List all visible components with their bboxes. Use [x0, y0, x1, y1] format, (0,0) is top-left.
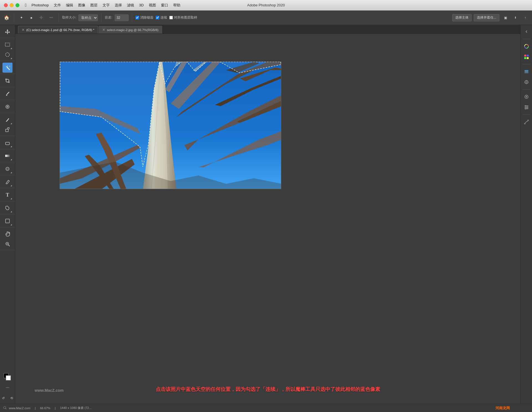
menu-image[interactable]: 图像	[78, 3, 85, 8]
tool-icon-wand[interactable]: ✦	[17, 14, 25, 22]
svg-point-7	[7, 67, 8, 68]
svg-point-19	[6, 167, 9, 171]
tool-zoom[interactable]	[2, 239, 12, 249]
tab-close-psd[interactable]: ✕	[22, 28, 25, 32]
tool-group-healing	[0, 102, 15, 113]
svg-rect-29	[527, 55, 529, 57]
tool-rotate-canvas[interactable]: ↺	[0, 394, 7, 402]
svg-line-48	[6, 408, 6, 409]
right-icons-panel	[520, 25, 532, 404]
right-panel-separator-3	[523, 89, 530, 90]
panel-expand-icon[interactable]	[522, 27, 531, 36]
tab-psd[interactable]: ✕ (C) select-magic-1.psd @ 66.7% (tree, …	[18, 26, 98, 34]
path-icon[interactable]	[522, 118, 531, 126]
svg-point-43	[527, 107, 528, 108]
svg-rect-31	[527, 57, 529, 59]
tool-healing[interactable]	[2, 102, 12, 112]
select-mask-button[interactable]: 选择并遮住...	[474, 14, 499, 21]
svg-rect-21	[6, 219, 9, 223]
maximize-button[interactable]	[16, 3, 19, 7]
layout-icon-1[interactable]: ▣	[502, 14, 509, 22]
tool-hand[interactable]	[2, 229, 12, 239]
tool-eyedropper[interactable]	[2, 89, 12, 99]
tool-brush[interactable]	[2, 115, 12, 125]
extra-tools[interactable]: ···	[2, 383, 12, 393]
right-panel-separator-2	[523, 64, 530, 64]
tool-blur[interactable]	[2, 164, 12, 174]
channels-icon[interactable]	[522, 78, 531, 87]
adjustments-icon[interactable]	[522, 92, 531, 101]
tool-gradient[interactable]	[2, 151, 12, 161]
color-panel-icon[interactable]	[522, 42, 531, 51]
sample-all-layers-checkbox[interactable]: 对所有图层取样	[169, 15, 197, 20]
tool-move[interactable]	[2, 27, 12, 37]
select-subject-button[interactable]: 选择主体	[452, 14, 472, 21]
zoom-level: 66.67%	[40, 406, 50, 410]
menu-filter[interactable]: 滤镜	[127, 3, 134, 8]
properties-icon[interactable]	[522, 103, 531, 112]
menu-text[interactable]: 文字	[103, 3, 110, 8]
tool-flip[interactable]: ⟲	[8, 394, 16, 402]
svg-point-42	[525, 105, 526, 106]
tolerance-label: 容差:	[105, 15, 112, 20]
anti-alias-checkbox[interactable]: 消除锯齿	[135, 15, 154, 20]
tool-eraser[interactable]	[2, 138, 12, 148]
menu-window[interactable]: 窗口	[161, 3, 168, 8]
tool-text[interactable]: T	[2, 190, 12, 200]
tool-icon-square[interactable]: ■	[27, 14, 35, 22]
tool-clone[interactable]	[2, 125, 12, 135]
menu-file[interactable]: 文件	[54, 3, 61, 8]
svg-point-44	[525, 108, 526, 109]
status-separator: |	[35, 406, 36, 410]
tool-icon-plus[interactable]: ➕	[37, 14, 45, 22]
toolbar-separator-1	[14, 14, 14, 22]
zoom-icon	[3, 406, 7, 411]
toolbar-separator-3	[101, 14, 101, 22]
menu-help[interactable]: 帮助	[173, 3, 180, 8]
swatches-icon[interactable]	[522, 52, 531, 61]
tool-group-gradient	[0, 151, 15, 162]
apple-menu[interactable]: 	[25, 3, 27, 8]
tool-group-shape	[0, 216, 15, 227]
close-button[interactable]	[4, 3, 8, 7]
minimize-button[interactable]	[10, 3, 14, 7]
watermark-macZ: www.MacZ.com	[35, 388, 64, 393]
menu-select[interactable]: 选择	[115, 3, 122, 8]
tool-icon-minus[interactable]: ➖	[47, 14, 55, 22]
tool-lasso[interactable]	[2, 50, 12, 60]
tool-shape[interactable]	[2, 216, 12, 226]
layers-panel-icon[interactable]	[522, 67, 531, 76]
tool-marquee-rect[interactable]	[2, 40, 12, 50]
tool-group-measure	[0, 89, 15, 100]
right-panel-separator-1	[523, 39, 530, 39]
tool-magic-wand[interactable]	[2, 63, 12, 73]
share-icon[interactable]: ↑	[521, 14, 529, 22]
tab-close-jpg[interactable]: ✕	[102, 28, 105, 32]
tool-pen[interactable]	[2, 177, 12, 187]
svg-rect-28	[524, 55, 526, 57]
tool-group-erase	[0, 138, 15, 149]
menu-photoshop[interactable]: Photoshop	[32, 3, 49, 7]
tool-crop[interactable]	[2, 76, 12, 86]
sample-size-select[interactable]: 取样点	[78, 14, 98, 21]
tool-group-type: T	[0, 190, 15, 201]
toolbar-separator-4	[132, 14, 132, 22]
title-bar:  Photoshop 文件 编辑 图像 图层 文字 选择 滤镜 3D 视图 窗…	[0, 0, 532, 11]
svg-rect-17	[6, 142, 9, 145]
status-bar: www.MacZ.com | 66.67% | 1440 x 1080 像素 (…	[0, 404, 532, 412]
app-title: Adobe Photoshop 2020	[247, 3, 285, 7]
menu-edit[interactable]: 编辑	[66, 3, 73, 8]
tolerance-input[interactable]: 32	[115, 14, 129, 21]
photo-canvas	[60, 62, 281, 189]
contiguous-checkbox[interactable]: 连续	[156, 15, 167, 20]
tool-path-select[interactable]	[2, 203, 12, 213]
menu-view[interactable]: 视图	[149, 3, 156, 8]
menu-layers[interactable]: 图层	[90, 3, 98, 8]
tab-jpg[interactable]: ✕ select-magic-2.jpg @ 66.7%(RGB/8)	[99, 26, 162, 34]
svg-point-45	[524, 123, 525, 124]
home-icon[interactable]: 🏠	[3, 14, 11, 22]
menu-3d[interactable]: 3D	[139, 3, 144, 7]
watermark-text: www.MacZ.com	[9, 406, 30, 410]
layout-icon-2[interactable]: ⬇	[511, 14, 519, 22]
foreground-background-color[interactable]	[2, 372, 12, 382]
